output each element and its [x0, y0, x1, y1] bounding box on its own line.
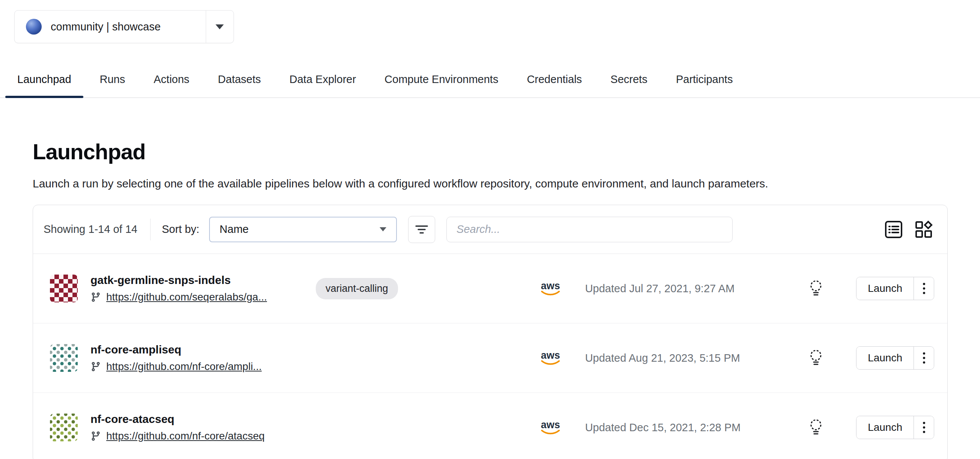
pipeline-avatar-icon	[50, 344, 78, 372]
pipeline-repo-row: https://github.com/nf-core/ampli...	[91, 360, 316, 373]
toolbar-divider	[150, 218, 151, 241]
pipelines-toolbar: Showing 1-14 of 14 Sort by: Name	[33, 205, 947, 254]
sort-by-label: Sort by:	[162, 223, 199, 236]
updated-text: Updated Jul 27, 2021, 9:27 AM	[585, 282, 795, 295]
pipeline-hint-bulb-icon[interactable]	[795, 279, 837, 298]
launch-button-group: Launch	[856, 416, 934, 439]
updated-text: Updated Dec 15, 2021, 2:28 PM	[585, 421, 795, 434]
pipeline-name: gatk-germline-snps-indels	[91, 274, 316, 287]
svg-text:aws: aws	[541, 419, 560, 430]
filter-button[interactable]	[408, 216, 435, 243]
pipeline-label-badge: variant-calling	[316, 278, 398, 300]
app-viewport: community | showcase Launchpad Runs Acti…	[0, 0, 980, 459]
pipeline-row: nf-core-ampliseq https://github.com/nf-c…	[33, 324, 947, 393]
provider-col: aws	[537, 280, 564, 297]
pipeline-name: nf-core-atacseq	[91, 413, 316, 426]
grid-view-button[interactable]	[914, 220, 933, 239]
pipeline-repo-row: https://github.com/seqeralabs/ga...	[91, 291, 316, 303]
aws-logo-icon: aws	[539, 350, 562, 366]
pipeline-info: nf-core-atacseq https://github.com/nf-co…	[91, 413, 316, 442]
pipeline-badge-col: variant-calling	[316, 278, 537, 300]
chevron-down-icon	[380, 227, 387, 231]
page-title: Launchpad	[33, 140, 948, 163]
git-branch-icon	[91, 361, 101, 372]
tab-compute-environments[interactable]: Compute Environments	[370, 62, 512, 97]
svg-text:aws: aws	[541, 350, 560, 361]
workspace-label: community | showcase	[51, 21, 161, 33]
pipeline-hint-bulb-icon[interactable]	[795, 349, 837, 367]
pipeline-hint-bulb-icon[interactable]	[795, 418, 837, 437]
pipeline-repo-link[interactable]: https://github.com/nf-core/atacseq	[106, 430, 265, 442]
aws-logo-icon: aws	[539, 280, 562, 297]
kebab-icon	[923, 352, 926, 364]
aws-logo-icon: aws	[539, 419, 562, 436]
tab-launchpad[interactable]: Launchpad	[3, 62, 86, 97]
pipeline-row: gatk-germline-snps-indels https://github…	[33, 254, 947, 324]
pipeline-repo-link[interactable]: https://github.com/seqeralabs/ga...	[106, 291, 267, 303]
git-branch-icon	[91, 431, 101, 441]
workspace-selector-main[interactable]: community | showcase	[14, 11, 206, 43]
list-view-button[interactable]	[884, 220, 903, 239]
kebab-icon	[923, 282, 926, 295]
pipeline-name: nf-core-ampliseq	[91, 343, 316, 356]
tab-secrets[interactable]: Secrets	[596, 62, 662, 97]
tab-actions[interactable]: Actions	[139, 62, 204, 97]
git-branch-icon	[91, 292, 101, 302]
pipeline-avatar-icon	[50, 274, 78, 302]
main-content: Launchpad Launch a run by selecting one …	[0, 140, 980, 459]
row-menu-button[interactable]	[913, 347, 934, 369]
filter-icon	[414, 223, 429, 236]
pipeline-repo-link[interactable]: https://github.com/nf-core/ampli...	[106, 360, 262, 373]
sort-select[interactable]: Name	[209, 217, 397, 242]
tab-datasets[interactable]: Datasets	[204, 62, 275, 97]
row-menu-button[interactable]	[913, 416, 934, 439]
pipeline-repo-row: https://github.com/nf-core/atacseq	[91, 430, 316, 442]
launch-button-group: Launch	[856, 277, 934, 300]
tab-runs[interactable]: Runs	[86, 62, 140, 97]
workspace-caret-button[interactable]	[206, 11, 234, 43]
tab-participants[interactable]: Participants	[662, 62, 747, 97]
nav-tabs: Launchpad Runs Actions Datasets Data Exp…	[0, 62, 980, 98]
tab-credentials[interactable]: Credentials	[512, 62, 596, 97]
pipeline-avatar-icon	[50, 414, 78, 441]
list-view-icon	[884, 220, 903, 239]
pipeline-info: gatk-germline-snps-indels https://github…	[91, 274, 316, 303]
view-toggles	[884, 220, 933, 239]
launch-button[interactable]: Launch	[856, 416, 913, 439]
grid-view-icon	[914, 220, 933, 239]
topbar: community | showcase	[0, 0, 980, 43]
pipeline-row: nf-core-atacseq https://github.com/nf-co…	[33, 393, 947, 459]
workspace-globe-icon	[26, 19, 42, 35]
workspace-selector[interactable]: community | showcase	[14, 10, 234, 43]
launch-button[interactable]: Launch	[856, 277, 913, 300]
sort-select-value: Name	[220, 223, 248, 236]
kebab-icon	[923, 421, 926, 434]
tab-data-explorer[interactable]: Data Explorer	[275, 62, 370, 97]
page-subtitle: Launch a run by selecting one of the ava…	[33, 177, 948, 190]
pipelines-card: Showing 1-14 of 14 Sort by: Name	[33, 205, 948, 459]
launch-button[interactable]: Launch	[856, 347, 913, 369]
chevron-down-icon	[216, 24, 224, 29]
provider-col: aws	[537, 419, 564, 436]
launch-button-group: Launch	[856, 346, 934, 370]
updated-text: Updated Aug 21, 2023, 5:15 PM	[585, 352, 795, 364]
provider-col: aws	[537, 350, 564, 366]
pipeline-info: nf-core-ampliseq https://github.com/nf-c…	[91, 343, 316, 373]
svg-text:aws: aws	[541, 280, 560, 292]
showing-count: Showing 1-14 of 14	[43, 223, 137, 236]
search-input[interactable]	[447, 217, 733, 242]
row-menu-button[interactable]	[913, 277, 934, 300]
